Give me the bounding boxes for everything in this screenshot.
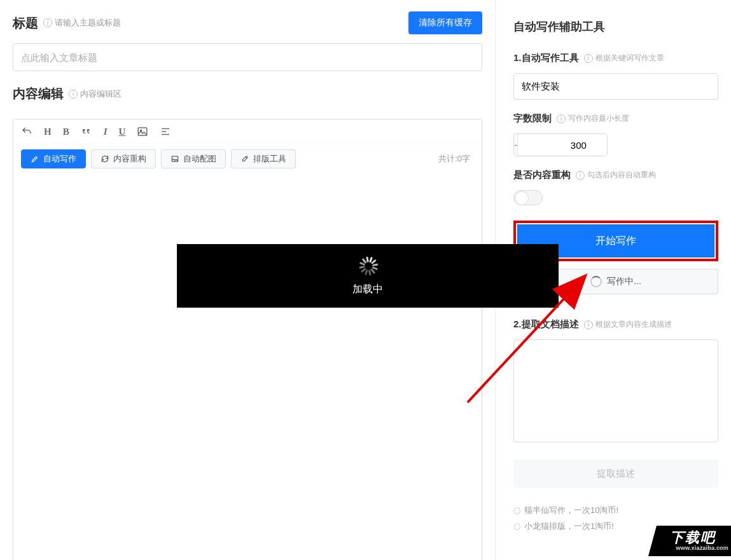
word-count: 共计:0字 [438,153,474,165]
rebuild-section: 是否内容重构 i勾选后内容自动重构 [513,169,718,181]
extract-description-button[interactable]: 提取描述 [513,460,718,488]
info-icon: i [584,320,593,329]
watermark-badge: 下载吧 www.xiazaiba.com [648,526,731,556]
rebuild-toggle[interactable] [513,190,543,205]
panel-title: 自动写作辅助工具 [513,19,718,34]
loading-text: 加载中 [352,283,383,296]
format-toolbar: H B I U [13,120,482,144]
action-toolbar: 自动写作 内容重构 自动配图 排版工具 共计:0字 [13,144,482,175]
extract-section: 2.提取文档描述 i根据文章内容生成描述 [513,318,718,331]
article-title-input[interactable] [13,43,482,71]
title-section-heading: 标题 i 请输入主题或标题 [13,15,121,32]
align-icon[interactable] [160,126,171,137]
clear-cache-button[interactable]: 清除所有缓存 [408,11,482,34]
content-label: 内容编辑 [13,85,64,102]
heading-icon[interactable]: H [44,126,52,137]
info-icon: i [69,90,78,99]
auto-image-button[interactable]: 自动配图 [161,149,226,168]
content-hint: i 内容编辑区 [69,88,122,100]
info-icon: i [576,171,585,180]
spinner-icon [356,253,380,277]
title-hint: i 请输入主题或标题 [43,17,121,29]
word-limit-section: 字数限制 i写作内容最小长度 [513,113,718,125]
bold-icon[interactable]: B [63,126,69,137]
coin-icon: ◌ [513,503,520,519]
editor-container: H B I U 自动写作 [13,119,482,560]
layout-tool-button[interactable]: 排版工具 [231,149,296,168]
image-icon[interactable] [137,126,148,137]
word-limit-input[interactable] [517,134,608,156]
spinner-icon [590,276,602,287]
keyword-input[interactable] [513,73,718,100]
info-icon: i [584,54,593,63]
undo-icon[interactable] [21,126,32,137]
auto-write-button[interactable]: 自动写作 [21,149,86,168]
info-icon: i [43,18,52,27]
italic-icon[interactable]: I [104,126,108,137]
loading-overlay: 加载中 [177,244,559,308]
info-icon: i [557,114,566,123]
content-rebuild-button[interactable]: 内容重构 [91,149,156,168]
quote-icon[interactable] [81,126,92,137]
title-label: 标题 [13,15,38,32]
description-textarea[interactable] [513,339,718,442]
auto-write-section: 1.自动写作工具 i根据关键词写作文章 [513,52,718,64]
word-limit-stepper: - + [513,133,608,156]
content-section-heading: 内容编辑 i 内容编辑区 [13,85,122,102]
underline-icon[interactable]: U [119,126,126,137]
coin-icon: ◌ [513,519,520,535]
